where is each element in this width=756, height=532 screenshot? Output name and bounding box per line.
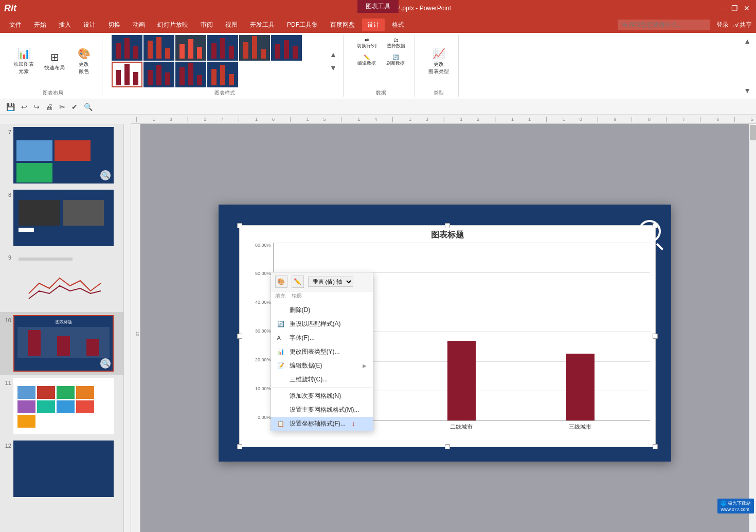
menu-insert[interactable]: 插入: [53, 19, 76, 31]
data-group-label: 数据: [376, 87, 386, 97]
share-button[interactable]: 𝒜 共享: [733, 21, 752, 29]
slide-thumb-9[interactable]: 9: [0, 249, 131, 312]
y-label-2: 20.00%: [245, 357, 271, 362]
ctx-font[interactable]: A 字体(F)...: [271, 331, 373, 345]
handle-bl[interactable]: [237, 444, 242, 449]
qa-check[interactable]: ✔: [69, 102, 80, 112]
ctx-delete[interactable]: 删除(D): [271, 303, 373, 317]
menu-baidu[interactable]: 百度网盘: [325, 19, 360, 31]
chart-style-6[interactable]: [271, 35, 302, 61]
menu-design[interactable]: 设计: [78, 19, 101, 31]
ctx-edit-data[interactable]: 📝 编辑数据(E) ▶: [271, 359, 373, 373]
handle-ml[interactable]: [237, 334, 242, 339]
close-button[interactable]: ✕: [742, 3, 752, 13]
chart-style-7[interactable]: [112, 62, 142, 87]
handle-br[interactable]: [653, 444, 658, 449]
ctx-format-axis[interactable]: 📋 设置坐标轴格式(F)... ↓: [271, 417, 373, 431]
chart-style-9[interactable]: [175, 62, 206, 87]
chart-style-5[interactable]: [239, 35, 270, 61]
qa-undo[interactable]: ↩: [19, 102, 29, 112]
gallery-scroll-down[interactable]: ▼: [329, 63, 338, 73]
slide-preview-11[interactable]: [13, 378, 114, 434]
ctx-add-minor-gridlines[interactable]: 添加次要网格线(N): [271, 389, 373, 403]
change-chart-type-label: 更改图表类型: [428, 61, 449, 75]
chart-style-8[interactable]: [143, 62, 174, 87]
menu-search-input[interactable]: [618, 20, 710, 30]
qa-redo[interactable]: ↪: [31, 102, 42, 112]
v-scroll-thumb[interactable]: [750, 125, 756, 140]
qa-save[interactable]: 💾: [4, 102, 17, 112]
slide-preview-10[interactable]: 图表标题 🔍: [13, 315, 114, 372]
menu-animation[interactable]: 动画: [128, 19, 150, 31]
ctx-3d-rotation[interactable]: 三维旋转(C)...: [271, 373, 373, 387]
slide-preview-9[interactable]: [13, 252, 114, 309]
chart-style-3[interactable]: [175, 35, 206, 61]
chart-container[interactable]: 图表标题 0.00% 10.00% 20.00% 30.00% 40.00% 5…: [239, 225, 656, 447]
quick-layout-button[interactable]: ⊞ 快速布局: [40, 49, 69, 74]
slide-thumb-11[interactable]: 11: [0, 375, 131, 437]
qa-print[interactable]: 🖨: [44, 102, 55, 112]
qa-cut[interactable]: ✂: [57, 102, 67, 112]
qa-search[interactable]: 🔍: [82, 102, 95, 112]
slide-thumb-12[interactable]: 12: [0, 437, 131, 500]
slide-thumb-8[interactable]: 8: [0, 187, 131, 249]
add-chart-element-button[interactable]: 📊 添加图表元素: [9, 45, 38, 77]
ctx-reset-style[interactable]: 🔄 重设以匹配样式(A): [271, 317, 373, 331]
gallery-scroll-up[interactable]: ▲: [329, 49, 338, 60]
ribbon-scroll-up[interactable]: ▲: [743, 36, 752, 46]
menu-transition[interactable]: 切换: [103, 19, 125, 31]
switch-row-col-label: 切换行/列: [357, 43, 377, 49]
switch-row-col-button[interactable]: ⇄ 切换行/列: [353, 35, 381, 51]
watermark: 🌐 极光下载站 www.x77.com: [717, 499, 749, 513]
edit-data-button[interactable]: ✏️ 编辑数据: [353, 52, 380, 69]
menu-review[interactable]: 审阅: [195, 19, 218, 31]
slide-preview-12[interactable]: [13, 441, 114, 497]
handle-bc[interactable]: [445, 444, 450, 449]
y-label-3: 30.00%: [245, 328, 271, 334]
restore-button[interactable]: ❐: [729, 3, 740, 13]
select-data-button[interactable]: 🗂 选择数据: [383, 35, 409, 51]
add-chart-element-icon: 📊: [17, 47, 30, 60]
slide-search-10[interactable]: 🔍: [100, 358, 111, 369]
ctx-fill-label: 填充: [275, 292, 285, 300]
menu-slideshow[interactable]: 幻灯片放映: [152, 19, 193, 31]
chart-style-10[interactable]: [207, 62, 238, 87]
menu-developer[interactable]: 开发工具: [245, 19, 280, 31]
vertical-scrollbar[interactable]: [749, 124, 756, 532]
minimize-button[interactable]: —: [717, 3, 727, 13]
handle-mr[interactable]: [653, 334, 658, 339]
slide-thumb-10[interactable]: 10 图表标题 🔍: [0, 312, 131, 375]
menu-view[interactable]: 视图: [220, 19, 243, 31]
ctx-fill-icon[interactable]: 🎨: [275, 276, 287, 288]
handle-tc[interactable]: [445, 223, 450, 228]
slide-preview-7[interactable]: 🔍: [13, 127, 114, 184]
chart-style-1[interactable]: [112, 35, 142, 61]
slide-search-7[interactable]: 🔍: [100, 170, 111, 180]
refresh-data-button[interactable]: 🔄 刷新数据: [382, 52, 409, 69]
chart-style-2[interactable]: [143, 35, 174, 61]
ctx-axis-select[interactable]: 垂直 (值) 轴: [308, 277, 353, 287]
slide-panel-scrollbar[interactable]: [123, 124, 131, 532]
menu-pdf[interactable]: PDF工具集: [282, 19, 323, 31]
window-controls: — ❐ ✕: [717, 3, 752, 13]
menu-home[interactable]: 开始: [29, 19, 51, 31]
slide-thumb-7[interactable]: 7 🔍: [0, 124, 131, 187]
slide-preview-8[interactable]: [13, 190, 114, 246]
ctx-format-major-gridlines[interactable]: 设置主要网格线格式(M)...: [271, 403, 373, 417]
ribbon-scroll-down[interactable]: ▼: [743, 85, 752, 96]
ctx-reset-style-icon: 🔄: [277, 321, 285, 327]
menu-chart-format[interactable]: 格式: [387, 19, 409, 31]
ctx-outline-icon[interactable]: ✏️: [292, 276, 304, 288]
handle-tl[interactable]: [237, 223, 242, 228]
change-chart-type-button[interactable]: 📈 更改图表类型: [424, 45, 453, 77]
slide-num-9: 9: [2, 252, 11, 261]
menu-chart-design[interactable]: 设计: [362, 19, 385, 31]
menu-file[interactable]: 文件: [4, 19, 27, 31]
type-group-items: 📈 更改图表类型: [424, 35, 453, 87]
ctx-change-chart-type[interactable]: 📊 更改图表类型(Y)...: [271, 345, 373, 359]
chart-style-4[interactable]: [207, 35, 238, 61]
login-button[interactable]: 登录: [716, 21, 729, 29]
change-chart-type-icon: 📈: [433, 47, 445, 60]
switch-row-col-icon: ⇄: [365, 37, 369, 43]
change-color-button[interactable]: 🎨 更改颜色: [71, 45, 97, 77]
